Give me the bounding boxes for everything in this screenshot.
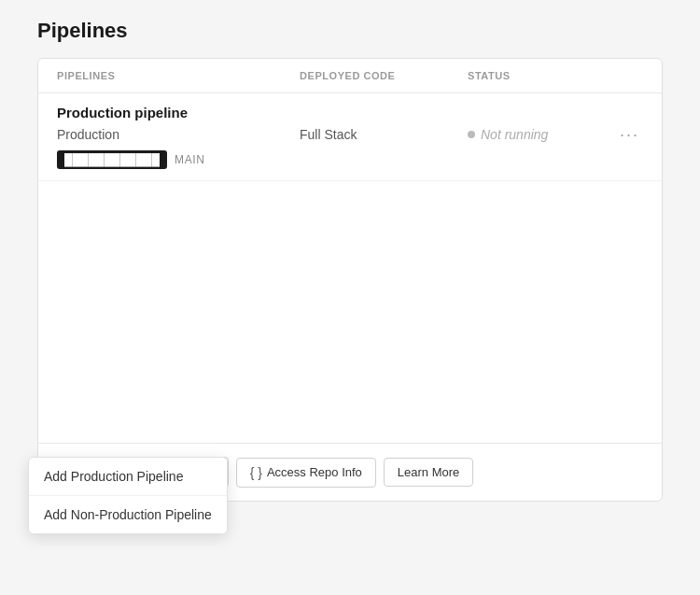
pipeline-more-button[interactable]: ··· <box>616 124 643 145</box>
learn-more-label: Learn More <box>398 465 459 479</box>
page-title: Pipelines <box>37 19 663 43</box>
pipeline-stack: Full Stack <box>300 127 468 142</box>
pipeline-name: Production pipeline <box>57 105 643 120</box>
branch-label: MAIN <box>175 153 204 166</box>
branch-row: ████████████ MAIN <box>57 150 643 169</box>
pipeline-status-text: Not running <box>481 127 548 142</box>
access-repo-button[interactable]: { } Access Repo Info <box>236 458 376 488</box>
table-header: PIPELINES DEPLOYED CODE STATUS <box>38 59 662 93</box>
pipeline-env: Production <box>57 127 300 142</box>
learn-more-button[interactable]: Learn More <box>384 458 473 487</box>
pipeline-details: Production Full Stack Not running ··· <box>57 124 643 145</box>
branch-badge: ████████████ <box>57 150 167 169</box>
braces-icon: { } <box>250 465 262 480</box>
col-header-pipelines: PIPELINES <box>57 70 300 81</box>
col-header-status: STATUS <box>468 70 643 81</box>
status-dot-icon <box>468 131 475 138</box>
pipeline-status-cell: Not running <box>468 127 616 142</box>
add-non-production-pipeline-item[interactable]: Add Non-Production Pipeline <box>29 496 227 533</box>
page-container: Pipelines PIPELINES DEPLOYED CODE STATUS… <box>0 0 700 595</box>
pipelines-card: PIPELINES DEPLOYED CODE STATUS Productio… <box>37 58 663 502</box>
access-repo-label: Access Repo Info <box>267 465 362 479</box>
add-dropdown-menu: Add Production Pipeline Add Non-Producti… <box>28 457 228 534</box>
col-header-deployed-code: DEPLOYED CODE <box>300 70 468 81</box>
pipeline-row: Production pipeline Production Full Stac… <box>38 93 662 181</box>
add-production-pipeline-item[interactable]: Add Production Pipeline <box>29 458 227 495</box>
empty-space <box>38 181 662 443</box>
